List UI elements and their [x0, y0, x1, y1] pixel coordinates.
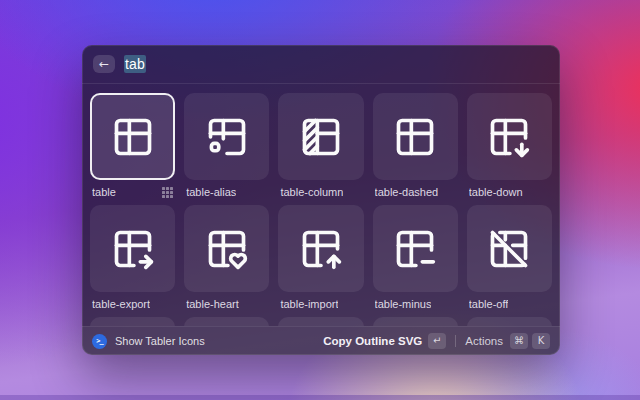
table-icon — [111, 115, 155, 159]
icon-name-label: table-down — [469, 186, 523, 198]
icon-name-label: table-import — [280, 298, 338, 310]
icon-name-label: table-alias — [186, 186, 236, 198]
table-export-icon — [111, 227, 155, 271]
grid-cell-table: table — [90, 93, 175, 199]
raycast-window: ← tab tabletable-aliastable-columntable-… — [82, 45, 560, 355]
table-alias-icon — [205, 115, 249, 159]
icon-name-label: table-export — [92, 298, 150, 310]
footer-app-label: Show Tabler Icons — [115, 335, 205, 347]
primary-action-label: Copy Outline SVG — [323, 335, 422, 347]
results-area: tabletable-aliastable-columntable-dashed… — [82, 84, 560, 326]
k-keycap: K — [532, 333, 550, 349]
grid-cell-table-dashed: table-dashed — [373, 93, 458, 199]
grid-cell-table-export: table-export — [90, 205, 175, 311]
grid-indicator-icon — [162, 187, 173, 198]
icon-name-label: table — [92, 186, 116, 198]
icon-tile-partial[interactable] — [90, 317, 175, 326]
icon-tile-table[interactable] — [90, 93, 175, 180]
icon-label-row: table — [92, 185, 173, 199]
grid-cell-table-heart: table-heart — [184, 205, 269, 311]
icon-label-row: table-column — [280, 185, 361, 199]
grid-cell-partial — [467, 317, 552, 326]
table-down-icon — [487, 115, 531, 159]
icon-tile-table-column[interactable] — [278, 93, 363, 180]
icon-name-label: table-heart — [186, 298, 239, 310]
back-button[interactable]: ← — [93, 55, 115, 73]
grid-cell-table-down: table-down — [467, 93, 552, 199]
icon-tile-table-export[interactable] — [90, 205, 175, 292]
icon-name-label: table-dashed — [375, 186, 439, 198]
icon-tile-partial[interactable] — [467, 317, 552, 326]
icon-name-label: table-off — [469, 298, 509, 310]
grid-cell-table-minus: table-minus — [373, 205, 458, 311]
icon-tile-table-import[interactable] — [278, 205, 363, 292]
cmd-keycap: ⌘ — [510, 333, 528, 349]
footer-divider — [455, 335, 456, 347]
icon-tile-table-minus[interactable] — [373, 205, 458, 292]
icon-label-row: table-off — [469, 297, 550, 311]
grid-cell-table-off: table-off — [467, 205, 552, 311]
icon-label-row: table-export — [92, 297, 173, 311]
icon-label-row: table-down — [469, 185, 550, 199]
grid-cell-partial — [184, 317, 269, 326]
search-input[interactable]: tab — [124, 56, 146, 72]
table-heart-icon — [205, 227, 249, 271]
icon-tile-table-alias[interactable] — [184, 93, 269, 180]
icon-tile-table-heart[interactable] — [184, 205, 269, 292]
search-query-text: tab — [124, 55, 146, 73]
footer-app[interactable]: >_ Show Tabler Icons — [92, 334, 205, 349]
icon-name-label: table-column — [280, 186, 343, 198]
icon-grid: tabletable-aliastable-columntable-dashed… — [90, 93, 552, 326]
grid-cell-partial — [373, 317, 458, 326]
table-column-icon — [299, 115, 343, 159]
actions-button[interactable]: Actions ⌘ K — [465, 333, 550, 349]
actions-label: Actions — [465, 335, 503, 347]
icon-label-row: table-minus — [375, 297, 456, 311]
icon-tile-partial[interactable] — [278, 317, 363, 326]
search-bar: ← tab — [82, 45, 560, 84]
grid-cell-partial — [278, 317, 363, 326]
enter-keycap: ↵ — [428, 333, 446, 349]
icon-label-row: table-alias — [186, 185, 267, 199]
tabler-logo-icon: >_ — [92, 334, 107, 349]
icon-label-row: table-import — [280, 297, 361, 311]
copy-outline-svg-action[interactable]: Copy Outline SVG ↵ — [323, 333, 446, 349]
icon-tile-partial[interactable] — [184, 317, 269, 326]
icon-tile-table-dashed[interactable] — [373, 93, 458, 180]
table-dashed-icon — [393, 115, 437, 159]
table-off-icon — [487, 227, 531, 271]
icon-tile-table-off[interactable] — [467, 205, 552, 292]
status-bar: >_ Show Tabler Icons Copy Outline SVG ↵ … — [82, 326, 560, 355]
icon-label-row: table-heart — [186, 297, 267, 311]
grid-cell-partial — [90, 317, 175, 326]
table-minus-icon — [393, 227, 437, 271]
grid-cell-table-import: table-import — [278, 205, 363, 311]
grid-cell-table-column: table-column — [278, 93, 363, 199]
table-import-icon — [299, 227, 343, 271]
grid-cell-table-alias: table-alias — [184, 93, 269, 199]
back-arrow-icon: ← — [99, 58, 109, 70]
icon-name-label: table-minus — [375, 298, 432, 310]
icon-tile-table-down[interactable] — [467, 93, 552, 180]
icon-label-row: table-dashed — [375, 185, 456, 199]
icon-tile-partial[interactable] — [373, 317, 458, 326]
